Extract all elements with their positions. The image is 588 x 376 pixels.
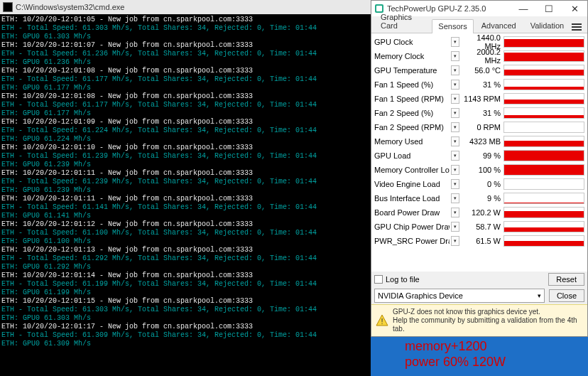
sensor-dropdown[interactable]: ▾: [451, 136, 459, 146]
sensor-graph: [503, 93, 584, 104]
sensor-dropdown[interactable]: ▾: [451, 165, 459, 175]
chevron-down-icon: ▾: [538, 292, 541, 299]
cmd-line: ETH - Total Speed: 61.292 Mh/s, Total Sh…: [1, 254, 317, 262]
cmd-line: ETH - Total Speed: 61.309 Mh/s, Total Sh…: [1, 331, 317, 339]
sensor-row: Bus Interface Load▾9 %: [374, 191, 584, 205]
sensor-row: Fan 1 Speed (%)▾31 %: [374, 77, 584, 92]
menu-icon[interactable]: [572, 21, 582, 33]
sensor-row: Memory Controller Load▾100 %: [374, 163, 584, 177]
sensor-value: 0 RPM: [461, 123, 502, 131]
sensor-dropdown[interactable]: ▾: [451, 65, 459, 75]
sensor-value: 120.2 W: [461, 208, 502, 217]
tab-validation[interactable]: Validation: [524, 18, 571, 33]
sensor-graph: [503, 207, 584, 218]
cmd-line: ETH: GPU0 61.141 Mh/s: [1, 212, 91, 220]
cmd-line: ETH: GPU0 61.303 Mh/s: [1, 33, 91, 41]
cmd-line: ETH: GPU0 61.309 Mh/s: [1, 340, 91, 348]
cmd-line: ETH: 10/20/20-12:01:14 - New job from cn…: [1, 272, 253, 279]
sensor-label: Fan 2 Speed (%): [374, 109, 450, 117]
sensor-dropdown[interactable]: ▾: [451, 94, 459, 104]
sensor-label: PWR_SRC Power Draw: [374, 237, 450, 245]
warning-icon: !: [376, 314, 388, 327]
sensor-graph: [503, 36, 584, 48]
sensor-value: 58.7 W: [461, 222, 502, 231]
reset-button[interactable]: Reset: [548, 273, 584, 286]
close-button[interactable]: ✕: [562, 1, 587, 16]
maximize-button[interactable]: ☐: [536, 1, 562, 16]
sensor-value: 31 %: [461, 109, 502, 117]
log-to-file-label: Log to file: [386, 275, 420, 284]
sensor-graph: [503, 150, 584, 161]
cmd-line: ETH: GPU0 61.239 Mh/s: [1, 161, 91, 168]
sensor-value: 61.5 W: [461, 237, 502, 245]
sensor-label: Memory Controller Load: [374, 166, 450, 174]
sensor-value: 99 %: [461, 151, 502, 160]
sensor-row: GPU Chip Power Draw▾58.7 W: [374, 220, 584, 234]
cmd-line: ETH - Total Speed: 61.141 Mh/s, Total Sh…: [1, 203, 317, 211]
cmd-line: ETH: 10/20/20-12:01:17 - New job from cn…: [1, 323, 253, 331]
sensor-row: Board Power Draw▾120.2 W: [374, 205, 584, 220]
warning-text: GPU-Z does not know this graphics device…: [393, 308, 583, 333]
sensor-dropdown[interactable]: ▾: [451, 222, 459, 232]
sensor-dropdown[interactable]: ▾: [451, 80, 459, 90]
sensor-dropdown[interactable]: ▾: [451, 51, 459, 61]
sensor-value: 0 %: [461, 180, 502, 188]
sensor-value: 2000.2 MHz: [461, 48, 502, 65]
sensor-label: Fan 2 Speed (RPM): [374, 123, 450, 131]
cmd-line: ETH: 10/20/20-12:01:15 - New job from cn…: [1, 297, 253, 305]
sensor-dropdown[interactable]: ▾: [451, 193, 459, 203]
cmd-line: ETH - Total Speed: 61.177 Mh/s, Total Sh…: [1, 101, 317, 109]
annotation-text: memory+1200 power 60% 120W: [405, 338, 506, 370]
sensor-dropdown[interactable]: ▾: [451, 37, 459, 47]
svg-text:!: !: [381, 317, 383, 326]
sensor-value: 31 %: [461, 80, 502, 89]
cmd-line: ETH: 10/20/20-12:01:11 - New job from cn…: [1, 195, 253, 203]
cmd-output: ETH: 10/20/20-12:01:05 - New job from cn…: [0, 14, 371, 376]
sensor-graph: [503, 65, 584, 76]
close-panel-button[interactable]: Close: [549, 289, 584, 302]
sensor-graph: [503, 193, 584, 204]
gpuz-window: TechPowerUp GPU-Z 2.35.0 — ☐ ✕ Graphics …: [371, 0, 588, 337]
sensor-row: GPU Clock▾1440.0 MHz: [374, 35, 584, 49]
sensor-graph: [503, 178, 584, 190]
sensor-graph: [503, 107, 584, 119]
cmd-line: ETH: 10/20/20-12:01:05 - New job from cn…: [1, 16, 253, 23]
sensor-label: Video Engine Load: [374, 180, 450, 188]
cmd-line: ETH: GPU0 61.177 Mh/s: [1, 109, 91, 117]
sensor-graph: [503, 136, 584, 147]
sensor-row: Video Engine Load▾0 %: [374, 177, 584, 191]
cmd-line: ETH - Total Speed: 61.239 Mh/s, Total Sh…: [1, 152, 317, 160]
cmd-line: ETH: GPU0 61.100 Mh/s: [1, 237, 91, 245]
sensor-label: Memory Clock: [374, 52, 450, 60]
sensor-dropdown[interactable]: ▾: [451, 179, 459, 189]
sensor-dropdown[interactable]: ▾: [451, 236, 459, 246]
sensor-dropdown[interactable]: ▾: [451, 122, 459, 132]
cmd-line: ETH - Total Speed: 61.177 Mh/s, Total Sh…: [1, 75, 317, 83]
cmd-line: ETH: GPU0 61.224 Mh/s: [1, 135, 91, 143]
sensor-value: 100 %: [461, 166, 502, 174]
cmd-line: ETH - Total Speed: 61.303 Mh/s, Total Sh…: [1, 306, 317, 313]
tab-advanced[interactable]: Advanced: [475, 18, 523, 33]
sensor-label: GPU Clock: [374, 38, 450, 46]
cmd-line: ETH - Total Speed: 61.239 Mh/s, Total Sh…: [1, 178, 317, 186]
gpuz-tabs: Graphics Card Sensors Advanced Validatio…: [371, 16, 587, 33]
sensor-row: Memory Clock▾2000.2 MHz: [374, 49, 584, 63]
sensor-dropdown[interactable]: ▾: [451, 108, 459, 118]
log-to-file-checkbox[interactable]: [374, 275, 383, 284]
cmd-line: ETH: 10/20/20-12:01:10 - New job from cn…: [1, 144, 253, 151]
cmd-line: ETH: 10/20/20-12:01:11 - New job from cn…: [1, 169, 253, 177]
log-row: Log to file Reset: [371, 272, 587, 287]
device-row: NVIDIA Graphics Device ▾ Close: [371, 287, 587, 304]
tab-graphics-card[interactable]: Graphics Card: [374, 10, 430, 33]
cmd-line: ETH: GPU0 61.177 Mh/s: [1, 84, 91, 92]
cmd-titlebar[interactable]: C:\Windows\system32\cmd.exe: [0, 0, 371, 14]
sensors-panel: GPU Clock▾1440.0 MHzMemory Clock▾2000.2 …: [371, 33, 587, 272]
device-select[interactable]: NVIDIA Graphics Device ▾: [374, 289, 545, 303]
sensor-dropdown[interactable]: ▾: [451, 151, 459, 161]
cmd-icon: [3, 2, 13, 12]
sensor-row: Memory Used▾4323 MB: [374, 134, 584, 149]
cmd-line: ETH: GPU0 61.236 Mh/s: [1, 58, 91, 66]
tab-sensors[interactable]: Sensors: [432, 19, 473, 33]
sensor-dropdown[interactable]: ▾: [451, 208, 459, 217]
minimize-button[interactable]: —: [511, 1, 536, 16]
